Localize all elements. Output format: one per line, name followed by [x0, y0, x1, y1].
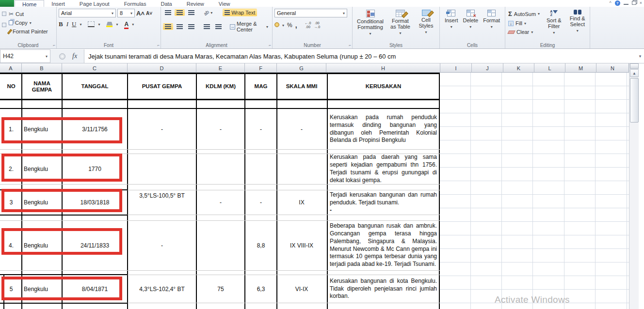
- help-icon[interactable]: ?: [615, 0, 620, 6]
- header-cell-nama-gempa[interactable]: NAMA GEMPA: [22, 74, 62, 99]
- percent-style-button[interactable]: %: [287, 22, 292, 29]
- clipboard-dialog-launcher[interactable]: ⌐: [53, 44, 55, 47]
- column-header-a[interactable]: A: [0, 63, 22, 73]
- cell-pusat[interactable]: -: [128, 220, 196, 270]
- align-right-icon[interactable]: [186, 23, 196, 30]
- name-box[interactable]: H42▾: [0, 49, 50, 63]
- header-cell-tanggal[interactable]: TANGGAL: [63, 74, 127, 99]
- align-top-icon[interactable]: [163, 9, 173, 16]
- cell-kerusakan[interactable]: Kerusakan bangunan di kota Bengkulu. Tid…: [328, 275, 439, 303]
- clear-button[interactable]: Clear▾: [507, 29, 541, 35]
- copy-button[interactable]: Copy▾: [8, 19, 49, 26]
- cut-button[interactable]: ✂Cut: [8, 11, 49, 17]
- increase-indent-icon[interactable]: [213, 23, 224, 30]
- formula-input[interactable]: Jejak tsunami teramati di desa Muara Mar…: [84, 49, 636, 63]
- sort-filter-button[interactable]: AZSort & Filter▾: [544, 9, 564, 42]
- column-header-g[interactable]: G: [277, 63, 326, 73]
- tab-view[interactable]: View: [211, 0, 238, 7]
- column-header-m[interactable]: M: [565, 63, 596, 73]
- cell-skala[interactable]: IX VIII-IX: [277, 220, 326, 270]
- accounting-format-icon[interactable]: [274, 22, 279, 28]
- format-cells-button[interactable]: Format▾: [482, 9, 501, 42]
- fill-color-icon[interactable]: [106, 22, 113, 27]
- tab-insert[interactable]: Insert: [44, 0, 72, 7]
- font-family-select[interactable]: Arial▾: [59, 9, 116, 17]
- cell-mag[interactable]: -: [245, 109, 276, 149]
- align-bottom-icon[interactable]: [186, 9, 196, 16]
- autosum-button[interactable]: ΣAutoSum▾: [507, 10, 541, 18]
- paste-button-clipped[interactable]: [2, 9, 8, 42]
- cell-pusat[interactable]: 3,5°LS-100,5° BT: [128, 190, 196, 215]
- collapse-ribbon-icon[interactable]: ^: [610, 0, 612, 5]
- font-color-icon[interactable]: A: [124, 21, 129, 28]
- delete-cells-button[interactable]: ×Delete▾: [461, 9, 480, 42]
- decrease-indent-icon[interactable]: [202, 23, 212, 30]
- conditional-formatting-button[interactable]: Conditional Formatting▾: [355, 9, 386, 42]
- comma-style-button[interactable]: ,: [295, 21, 297, 29]
- expand-formula-bar-icon[interactable]: ▾: [636, 49, 644, 63]
- header-cell-skala-mmi[interactable]: SKALA MMI: [277, 74, 326, 99]
- scroll-up-icon[interactable]: ▲: [630, 69, 639, 77]
- cell-kdlm[interactable]: -: [197, 190, 244, 215]
- column-header-h[interactable]: H: [326, 63, 440, 73]
- number-dialog-launcher[interactable]: ⌐: [349, 44, 351, 47]
- close-icon[interactable]: ×: [640, 0, 642, 5]
- column-header-e[interactable]: E: [196, 63, 245, 73]
- header-cell-pusat-gempa[interactable]: PUSAT GEMPA: [128, 74, 196, 99]
- vertical-scrollbar[interactable]: ▲: [629, 63, 639, 309]
- header-cell-mag[interactable]: MAG: [245, 74, 276, 99]
- align-center-icon[interactable]: [175, 23, 185, 30]
- name-box-dropdown-icon[interactable]: ▾: [46, 54, 48, 59]
- cell-pusat[interactable]: 4,3°LS-102,4° BT: [128, 275, 196, 303]
- column-header-f[interactable]: F: [245, 63, 277, 73]
- file-tab[interactable]: [0, 0, 15, 7]
- column-header-c[interactable]: C: [62, 63, 128, 73]
- alignment-dialog-launcher[interactable]: ⌐: [269, 44, 271, 47]
- tab-review[interactable]: Review: [179, 0, 211, 7]
- column-header-n[interactable]: N: [596, 63, 629, 73]
- cell-kerusakan[interactable]: Kerusakan pada rumah penduduk termasuk d…: [328, 109, 439, 149]
- cell-pusat[interactable]: -: [128, 109, 196, 149]
- cell-skala[interactable]: -: [277, 109, 326, 149]
- cell-skala[interactable]: IX: [277, 190, 326, 215]
- cell-mag[interactable]: 8,8: [245, 220, 276, 270]
- font-dialog-launcher[interactable]: ⌐: [157, 44, 160, 47]
- insert-cells-button[interactable]: Insert▾: [443, 9, 460, 42]
- format-as-table-button[interactable]: Format as Table▾: [388, 9, 413, 42]
- fill-button[interactable]: ↓Fill▾: [507, 20, 541, 27]
- align-left-icon[interactable]: [163, 23, 173, 30]
- increase-decimal-icon[interactable]: ←.0.00: [305, 21, 311, 29]
- split-handle[interactable]: [630, 63, 639, 69]
- number-format-select[interactable]: General▾: [274, 9, 347, 17]
- tab-page-layout[interactable]: Page Layout: [72, 0, 117, 7]
- font-size-select[interactable]: 8▾: [117, 9, 135, 17]
- header-cell-kdlm[interactable]: KDLM (KM): [197, 74, 244, 99]
- cell-kdlm[interactable]: -: [197, 109, 244, 149]
- restore-icon[interactable]: [632, 1, 636, 5]
- align-middle-icon[interactable]: [175, 9, 185, 16]
- find-select-button[interactable]: Find & Select▾: [567, 9, 588, 42]
- bold-button[interactable]: B: [59, 20, 63, 28]
- column-header-k[interactable]: K: [503, 63, 534, 73]
- column-header-b[interactable]: B: [22, 63, 62, 73]
- column-header-l[interactable]: L: [534, 63, 565, 73]
- merge-center-button[interactable]: ↔Merge & Center▾: [228, 20, 270, 33]
- grow-font-icon[interactable]: A˄: [136, 10, 145, 17]
- cell-skala[interactable]: VI-IX: [277, 275, 326, 303]
- orientation-icon[interactable]: ab▾: [202, 9, 214, 16]
- cell-mag[interactable]: -: [245, 190, 276, 215]
- tab-formulas[interactable]: Formulas: [117, 0, 154, 7]
- shrink-font-icon[interactable]: A˅: [146, 11, 152, 16]
- cell-kerusakan[interactable]: Terjadi kerusakan bangunan dan rumah pen…: [328, 190, 439, 215]
- scrollbar-thumb[interactable]: [630, 78, 639, 123]
- wrap-text-button[interactable]: Wrap Text: [223, 9, 257, 16]
- decrease-decimal-icon[interactable]: .00→.0: [314, 21, 320, 29]
- minimize-icon[interactable]: [624, 1, 628, 5]
- cell-styles-button[interactable]: Cell Styles▾: [415, 9, 437, 42]
- italic-button[interactable]: I: [66, 20, 68, 28]
- column-header-d[interactable]: D: [128, 63, 196, 73]
- format-painter-button[interactable]: Format Painter: [8, 28, 49, 35]
- tab-data[interactable]: Data: [153, 0, 179, 7]
- header-cell-kerusakan[interactable]: KERUSAKAN: [328, 74, 439, 99]
- cell-mag[interactable]: 6,3: [245, 275, 276, 303]
